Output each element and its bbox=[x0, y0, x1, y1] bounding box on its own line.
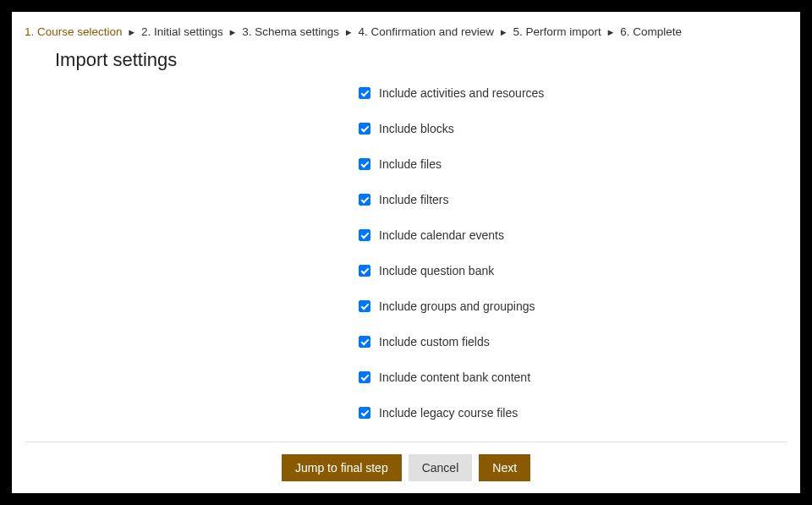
setting-row-files: Include files bbox=[359, 157, 787, 171]
checkbox-files[interactable] bbox=[359, 158, 370, 170]
divider bbox=[25, 442, 787, 442]
checkbox-calendar[interactable] bbox=[359, 229, 370, 241]
setting-row-filters: Include filters bbox=[359, 193, 787, 206]
breadcrumb-step-3: 3. Schema settings bbox=[242, 25, 339, 38]
button-row: Jump to final step Cancel Next bbox=[25, 454, 787, 493]
setting-row-legacy: Include legacy course files bbox=[359, 406, 787, 420]
setting-row-customfields: Include custom fields bbox=[359, 335, 787, 349]
setting-label: Include content bank content bbox=[379, 371, 530, 384]
setting-label: Include groups and groupings bbox=[379, 299, 535, 313]
setting-row-activities: Include activities and resources bbox=[359, 86, 787, 100]
breadcrumb-step-2: 2. Initial settings bbox=[141, 25, 223, 38]
setting-label: Include filters bbox=[379, 193, 448, 206]
setting-row-blocks: Include blocks bbox=[359, 122, 787, 135]
checkbox-contentbank[interactable] bbox=[359, 371, 370, 383]
breadcrumb-step-6: 6. Complete bbox=[620, 25, 682, 38]
checkbox-activities[interactable] bbox=[359, 87, 370, 99]
settings-list: Include activities and resources Include… bbox=[359, 86, 787, 420]
page-container: 1. Course selection ► 2. Initial setting… bbox=[12, 12, 800, 493]
breadcrumb: 1. Course selection ► 2. Initial setting… bbox=[25, 25, 787, 41]
checkbox-filters[interactable] bbox=[359, 194, 370, 206]
setting-label: Include blocks bbox=[379, 122, 454, 135]
setting-label: Include activities and resources bbox=[379, 86, 544, 100]
next-button[interactable]: Next bbox=[479, 454, 530, 481]
checkbox-legacy[interactable] bbox=[359, 407, 370, 419]
breadcrumb-separator-icon: ► bbox=[344, 26, 354, 39]
checkbox-customfields[interactable] bbox=[359, 336, 370, 348]
checkbox-groups[interactable] bbox=[359, 300, 370, 312]
breadcrumb-separator-icon: ► bbox=[606, 26, 616, 39]
breadcrumb-step-4: 4. Confirmation and review bbox=[358, 25, 494, 38]
setting-label: Include custom fields bbox=[379, 335, 490, 349]
setting-row-questionbank: Include question bank bbox=[359, 264, 787, 277]
breadcrumb-separator-icon: ► bbox=[127, 26, 136, 39]
cancel-button[interactable]: Cancel bbox=[409, 454, 473, 481]
setting-row-contentbank: Include content bank content bbox=[359, 371, 787, 384]
setting-row-calendar: Include calendar events bbox=[359, 228, 787, 242]
checkbox-blocks[interactable] bbox=[359, 123, 370, 134]
breadcrumb-step-1[interactable]: 1. Course selection bbox=[25, 25, 123, 38]
breadcrumb-separator-icon: ► bbox=[499, 26, 508, 39]
breadcrumb-separator-icon: ► bbox=[228, 26, 238, 39]
setting-label: Include legacy course files bbox=[379, 406, 518, 420]
setting-label: Include question bank bbox=[379, 264, 494, 277]
breadcrumb-step-5: 5. Perform import bbox=[513, 25, 601, 38]
checkbox-questionbank[interactable] bbox=[359, 265, 370, 277]
page-title: Import settings bbox=[55, 49, 787, 71]
jump-to-final-step-button[interactable]: Jump to final step bbox=[282, 454, 402, 481]
setting-row-groups: Include groups and groupings bbox=[359, 299, 787, 313]
setting-label: Include files bbox=[379, 157, 442, 171]
setting-label: Include calendar events bbox=[379, 228, 504, 242]
